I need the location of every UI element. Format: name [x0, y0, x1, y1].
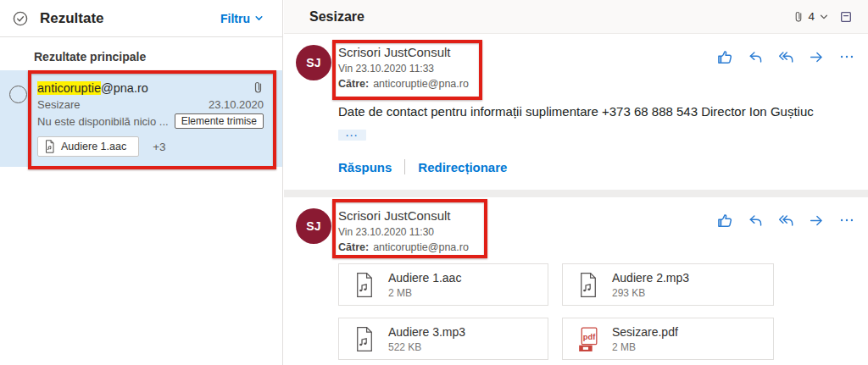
forward-link[interactable]: Redirecționare [418, 160, 507, 174]
select-all-check-circle-icon[interactable] [12, 10, 29, 27]
message-body: Date de contact pentru informații suplim… [338, 104, 853, 119]
attachments-grid: Audiere 1.aac 2 MB [338, 263, 853, 360]
mail-item-preview: Nu este disponibilă nicio ... [37, 115, 175, 128]
filter-label: Filtru [220, 12, 250, 25]
to-label: Către: [338, 78, 369, 90]
more-options-icon[interactable] [839, 49, 854, 64]
results-pane-title: Rezultate [40, 10, 220, 27]
message-separator [284, 190, 868, 197]
search-result-mail-item[interactable]: anticoruptie@pna.ro Sesizare 23.10.2020 … [0, 70, 282, 167]
to-address[interactable]: anticoruptie@pna.ro [373, 241, 469, 253]
audio-file-icon [353, 272, 375, 298]
audio-file-icon [44, 140, 55, 153]
reply-icon[interactable] [748, 213, 764, 229]
filter-button[interactable]: Filtru [220, 12, 264, 25]
message-1: SJ Scrisori JustConsult Vin 23.10.2020 1… [284, 34, 868, 190]
attachment-name: Audiere 1.aac [388, 271, 461, 285]
attachment-card[interactable]: Audiere 3.mp3 522 KB [338, 318, 548, 360]
attachment-info: Audiere 2.mp3 293 KB [612, 271, 689, 299]
attachment-chip[interactable]: Audiere 1.aac [37, 136, 139, 157]
paperclip-icon [253, 80, 264, 95]
to-address[interactable]: anticoruptie@pna.ro [373, 78, 469, 90]
attachment-info: Audiere 3.mp3 522 KB [388, 325, 465, 353]
conversation-attachments-summary[interactable]: 4 [793, 10, 829, 24]
forward-icon[interactable] [809, 213, 825, 229]
sender-domain: @pna.ro [101, 81, 148, 95]
svg-text:pdf: pdf [583, 332, 596, 340]
attachment-size: 2 MB [388, 287, 461, 299]
more-options-icon[interactable] [839, 213, 854, 228]
reply-link[interactable]: Răspuns [338, 160, 392, 174]
search-term-highlight: anticoruptie [37, 81, 101, 95]
attachment-name: Sesizare.pdf [612, 325, 678, 339]
attachment-info: Audiere 1.aac 2 MB [388, 271, 461, 299]
reply-icon[interactable] [748, 49, 764, 65]
like-icon[interactable] [716, 48, 733, 65]
message-action-bar [716, 48, 854, 65]
attachment-chip-label: Audiere 1.aac [61, 141, 126, 152]
collapse-all-icon[interactable] [839, 10, 853, 24]
attachment-size: 522 KB [388, 341, 465, 353]
attachment-card[interactable]: Audiere 2.mp3 293 KB [562, 263, 774, 306]
attachment-size: 2 MB [612, 341, 678, 353]
attachment-card[interactable]: pdf Sesizare.pdf 2 MB [562, 318, 774, 360]
message-recipients: Către:anticoruptie@pna.ro [338, 78, 853, 90]
sender-avatar[interactable]: SJ [296, 208, 331, 244]
divider [404, 159, 405, 174]
attachment-name: Audiere 2.mp3 [612, 271, 689, 285]
forward-icon[interactable] [809, 49, 825, 65]
attachment-card[interactable]: Audiere 1.aac 2 MB [338, 263, 548, 306]
top-results-section-label: Rezultate principale [34, 50, 262, 64]
quick-reply-bar: Răspuns Redirecționare [338, 159, 853, 174]
reply-all-icon[interactable] [778, 213, 794, 229]
audio-file-icon [577, 272, 598, 298]
attachment-size: 293 KB [612, 287, 689, 299]
attachment-info: Sesizare.pdf 2 MB [612, 325, 678, 353]
folder-badge: Elemente trimise [175, 113, 264, 129]
attachment-count: 4 [808, 10, 815, 23]
conversation-subject: Sesizare [309, 9, 793, 25]
mail-item-content: anticoruptie@pna.ro Sesizare 23.10.2020 … [37, 80, 264, 157]
chevron-down-icon [254, 14, 264, 23]
pdf-file-icon: pdf [577, 326, 598, 352]
paperclip-icon [793, 10, 804, 24]
reading-pane: Sesizare 4 [284, 0, 868, 365]
message-action-bar [716, 212, 854, 229]
show-trimmed-content-button[interactable]: ... [338, 130, 366, 141]
message-2: SJ Scrisori JustConsult Vin 23.10.2020 1… [284, 197, 868, 365]
outlook-search-window: Rezultate Filtru Rezultate principale an… [0, 0, 868, 365]
mail-item-sender: anticoruptie@pna.ro [37, 81, 253, 95]
audio-file-icon [353, 326, 375, 352]
mail-item-date: 23.10.2020 [209, 98, 264, 111]
select-message-radio[interactable] [9, 86, 27, 103]
conversation-header: Sesizare 4 [284, 0, 868, 34]
results-header: Rezultate Filtru [0, 0, 282, 37]
mail-item-subject: Sesizare [37, 98, 209, 111]
like-icon[interactable] [716, 212, 733, 229]
chevron-down-icon [819, 12, 829, 22]
message-recipients: Către:anticoruptie@pna.ro [338, 241, 853, 253]
more-attachments-count[interactable]: +3 [153, 141, 165, 153]
reply-all-icon[interactable] [778, 49, 794, 65]
search-results-pane: Rezultate Filtru Rezultate principale an… [0, 0, 283, 365]
to-label: Către: [338, 241, 369, 253]
attachment-name: Audiere 3.mp3 [388, 325, 465, 339]
sender-avatar[interactable]: SJ [296, 45, 331, 80]
